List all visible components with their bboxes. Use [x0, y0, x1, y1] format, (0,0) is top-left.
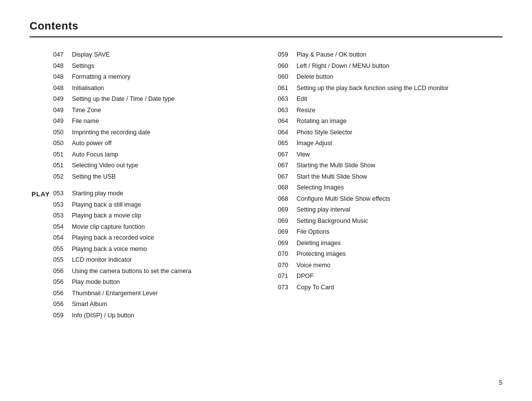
- list-item: 073Copy To Card: [276, 282, 502, 293]
- list-item: 069Setting Background Music: [276, 216, 502, 227]
- entry-label: Delete button: [295, 71, 502, 83]
- entry-label: Display SAVE: [70, 49, 256, 61]
- list-item: 069File Options: [276, 226, 502, 238]
- entry-number: 067: [276, 171, 295, 183]
- page-title: Contents: [30, 20, 502, 32]
- entry-number: 064: [276, 127, 295, 138]
- entry-label: Deleting images: [295, 238, 502, 249]
- entry-number: 050: [51, 138, 70, 149]
- entry-number: 056: [51, 299, 70, 310]
- list-item: 055Playing back a voice memo: [30, 244, 256, 255]
- entry-label: Rotating an image: [295, 116, 502, 127]
- entry-label: Info (DISP) / Up button: [70, 310, 256, 321]
- entry-label: Copy To Card: [295, 282, 502, 293]
- entry-number: 055: [51, 244, 70, 255]
- entry-number: 056: [51, 288, 70, 299]
- entry-label: Resize: [295, 105, 502, 116]
- page-container: Contents 047Display SAVE048Settings048Fo…: [0, 0, 532, 401]
- entry-number: 071: [276, 271, 295, 282]
- list-item: 067View: [276, 149, 502, 160]
- list-item: 070Voice memo: [276, 260, 502, 271]
- list-item: 050Auto power off: [30, 138, 256, 149]
- list-item: 054Playing back a recorded voice: [30, 232, 256, 244]
- list-item: 053Playing back a still image: [30, 199, 256, 211]
- entry-number: 060: [276, 61, 295, 72]
- right-toc-table: 059Play & Pause / OK button060Left / Rig…: [276, 49, 502, 293]
- content-columns: 047Display SAVE048Settings048Formatting …: [30, 49, 502, 321]
- entry-number: 049: [51, 116, 70, 127]
- entry-label: Start the Multi Slide Show: [295, 171, 502, 183]
- entry-number: 053: [51, 210, 70, 221]
- entry-number: 061: [276, 83, 295, 94]
- list-item: 049Setting up the Date / Time / Date typ…: [30, 93, 256, 105]
- entry-label: Play mode button: [70, 277, 256, 288]
- entry-label: Auto Focus lamp: [70, 149, 256, 160]
- entry-number: 049: [51, 93, 70, 105]
- left-toc-table: 047Display SAVE048Settings048Formatting …: [30, 49, 256, 321]
- entry-label: Using the camera buttons to set the came…: [70, 266, 256, 277]
- entry-number: 067: [276, 160, 295, 171]
- entry-label: Playing back a voice memo: [70, 244, 256, 255]
- list-item: 061Setting up the play back function usi…: [276, 83, 502, 94]
- list-item: 065Image Adjust: [276, 138, 502, 149]
- list-item: 049File name: [30, 116, 256, 127]
- list-item: 068Selecting Images: [276, 182, 502, 193]
- list-item: 049Time Zone: [30, 105, 256, 116]
- list-item: 056Using the camera buttons to set the c…: [30, 266, 256, 277]
- entry-number: 070: [276, 260, 295, 271]
- entry-number: 056: [51, 266, 70, 277]
- entry-label: Image Adjust: [295, 138, 502, 149]
- list-item: 055LCD monitor Indicator: [30, 254, 256, 266]
- entry-number: 064: [276, 116, 295, 127]
- entry-number: 051: [51, 149, 70, 160]
- entry-label: Configure Multi Slide Show effects: [295, 193, 502, 205]
- entry-number: 055: [51, 254, 70, 266]
- entry-label: Setting the USB: [70, 171, 256, 183]
- entry-number: 069: [276, 204, 295, 216]
- entry-label: Thumbnail / Enlargement Lever: [70, 288, 256, 299]
- entry-number: 052: [51, 171, 70, 183]
- entry-label: Selecting Video out type: [70, 160, 256, 171]
- list-item: 068Configure Multi Slide Show effects: [276, 193, 502, 205]
- list-item: 063Edit: [276, 93, 502, 105]
- list-item: 050Imprinting the recording date: [30, 127, 256, 138]
- list-item: 060Delete button: [276, 71, 502, 83]
- list-item: 052Setting the USB: [30, 171, 256, 183]
- list-item: 059Info (DISP) / Up button: [30, 310, 256, 321]
- entry-label: File Options: [295, 226, 502, 238]
- entry-number: 060: [276, 71, 295, 83]
- entry-number: 068: [276, 182, 295, 193]
- entry-label: View: [295, 149, 502, 160]
- entry-label: Setting up the Date / Time / Date type: [70, 93, 256, 105]
- entry-label: Selecting Images: [295, 182, 502, 193]
- entry-label: Initialisation: [70, 83, 256, 94]
- list-item: 060Left / Right / Down / MENU button: [276, 61, 502, 72]
- list-item: 063Resize: [276, 105, 502, 116]
- entry-label: Photo Style Selector: [295, 127, 502, 138]
- entry-number: 059: [51, 310, 70, 321]
- entry-label: Formatting a memory: [70, 71, 256, 83]
- entry-label: Setting Background Music: [295, 216, 502, 227]
- list-item: 048Settings: [30, 61, 256, 72]
- entry-label: Starting the Multi Slide Show: [295, 160, 502, 171]
- entry-number: 054: [51, 232, 70, 244]
- list-item: 056Smart Album: [30, 299, 256, 310]
- entry-number: 048: [51, 61, 70, 72]
- entry-label: Smart Album: [70, 299, 256, 310]
- entry-number: 059: [276, 49, 295, 61]
- entry-label: Voice memo: [295, 260, 502, 271]
- entry-label: File name: [70, 116, 256, 127]
- entry-number: 069: [276, 238, 295, 249]
- entry-number: 049: [51, 105, 70, 116]
- entry-label: Starting play mode: [70, 188, 256, 199]
- list-item: 051Selecting Video out type: [30, 160, 256, 171]
- list-item: 048Initialisation: [30, 83, 256, 94]
- entry-number: 054: [51, 221, 70, 233]
- entry-number: 051: [51, 160, 70, 171]
- list-item: 059Play & Pause / OK button: [276, 49, 502, 61]
- entry-number: 070: [276, 248, 295, 260]
- entry-number: 068: [276, 193, 295, 205]
- entry-label: Playing back a recorded voice: [70, 232, 256, 244]
- spacer-row: [30, 182, 256, 188]
- entry-number: 050: [51, 127, 70, 138]
